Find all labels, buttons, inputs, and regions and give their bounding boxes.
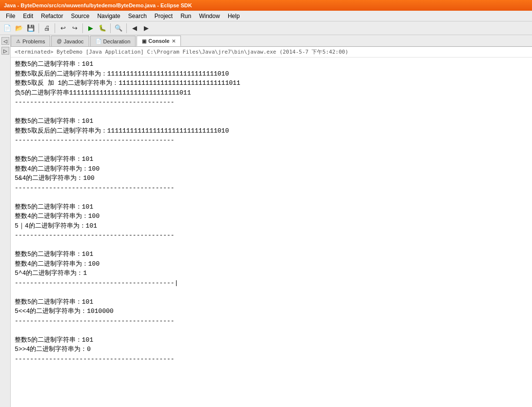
toolbar-sep1 bbox=[39, 23, 39, 33]
menu-item-window[interactable]: Window bbox=[195, 12, 224, 20]
menu-item-edit[interactable]: Edit bbox=[19, 12, 37, 20]
tab-console[interactable]: ▣Console✕ bbox=[137, 36, 180, 46]
declaration-tab-icon: 📄 bbox=[96, 39, 101, 44]
toolbar-print[interactable]: 🖨 bbox=[41, 23, 52, 34]
menu-item-refactor[interactable]: Refactor bbox=[37, 12, 67, 20]
toolbar: 📄 📂 💾 🖨 ↩ ↪ ▶ 🐛 🔍 ◀ ▶ bbox=[0, 21, 532, 35]
toolbar-sep2 bbox=[55, 23, 55, 33]
main-area: ◁ ▷ ⚠Problems@Javadoc📄Declaration▣Consol… bbox=[0, 35, 532, 407]
menu-item-search[interactable]: Search bbox=[124, 12, 151, 20]
toolbar-run[interactable]: ▶ bbox=[85, 23, 96, 34]
tab-javadoc[interactable]: @Javadoc bbox=[51, 36, 89, 46]
tab-problems[interactable]: ⚠Problems bbox=[11, 36, 50, 46]
toolbar-debug[interactable]: 🐛 bbox=[97, 23, 108, 34]
menu-bar: FileEditRefactorSourceNavigateSearchProj… bbox=[0, 11, 532, 21]
menu-item-navigate[interactable]: Navigate bbox=[93, 12, 124, 20]
toolbar-sep3 bbox=[82, 23, 83, 33]
console-output: 整数5的二进制字符串：101 整数5取反后的二进制字符串为：1111111111… bbox=[11, 58, 532, 366]
title-bar: Java - ByteDemo/src/cn/wuwenfu/bytedemo/… bbox=[0, 0, 532, 11]
console-tab-label: Console bbox=[148, 38, 169, 44]
tab-declaration[interactable]: 📄Declaration bbox=[90, 36, 136, 46]
toolbar-open[interactable]: 📂 bbox=[14, 23, 24, 34]
menu-item-help[interactable]: Help bbox=[224, 12, 244, 20]
toolbar-save[interactable]: 💾 bbox=[25, 23, 36, 34]
content-area: ⚠Problems@Javadoc📄Declaration▣Console✕ <… bbox=[11, 35, 532, 407]
console-tab-icon: ▣ bbox=[142, 39, 146, 44]
menu-item-source[interactable]: Source bbox=[67, 12, 93, 20]
toolbar-search[interactable]: 🔍 bbox=[113, 23, 124, 34]
console-area[interactable]: <terminated> ByteDemo [Java Application]… bbox=[11, 47, 532, 407]
javadoc-tab-label: Javadoc bbox=[64, 39, 84, 44]
menu-item-run[interactable]: Run bbox=[177, 12, 195, 20]
gutter-btn-1[interactable]: ◁ bbox=[1, 37, 9, 45]
toolbar-sep4 bbox=[110, 23, 111, 33]
tabs-bar: ⚠Problems@Javadoc📄Declaration▣Console✕ bbox=[11, 35, 532, 47]
menu-item-file[interactable]: File bbox=[2, 12, 19, 20]
problems-tab-icon: ⚠ bbox=[16, 39, 20, 44]
problems-tab-label: Problems bbox=[22, 39, 45, 44]
javadoc-tab-icon: @ bbox=[57, 39, 61, 44]
toolbar-next[interactable]: ▶ bbox=[141, 23, 152, 34]
left-gutter: ◁ ▷ bbox=[0, 35, 11, 407]
console-tab-close[interactable]: ✕ bbox=[172, 39, 176, 44]
toolbar-undo[interactable]: ↩ bbox=[58, 23, 68, 34]
menu-item-project[interactable]: Project bbox=[151, 12, 177, 20]
toolbar-sep5 bbox=[126, 23, 127, 33]
declaration-tab-label: Declaration bbox=[103, 39, 131, 44]
terminated-header: <terminated> ByteDemo [Java Application]… bbox=[11, 47, 532, 58]
title-text: Java - ByteDemo/src/cn/wuwenfu/bytedemo/… bbox=[4, 2, 192, 8]
toolbar-new[interactable]: 📄 bbox=[2, 23, 13, 34]
toolbar-redo[interactable]: ↪ bbox=[69, 23, 80, 34]
gutter-btn-2[interactable]: ▷ bbox=[1, 47, 9, 55]
toolbar-prev[interactable]: ◀ bbox=[129, 23, 140, 34]
